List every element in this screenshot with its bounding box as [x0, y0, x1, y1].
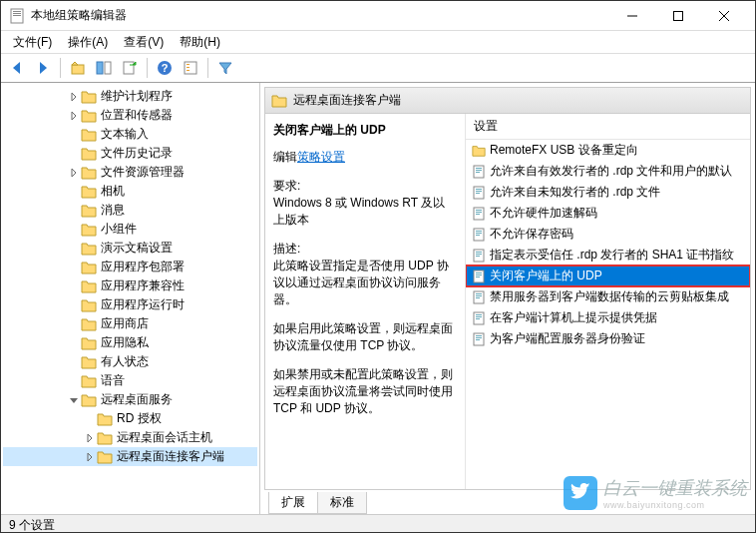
setting-item[interactable]: 不允许硬件加速解码 [466, 203, 750, 224]
tree-item[interactable]: 小组件 [3, 220, 257, 239]
window-title: 本地组策略编辑器 [31, 7, 609, 24]
forward-button[interactable] [31, 56, 55, 80]
svg-rect-14 [185, 62, 196, 74]
requirements-text: Windows 8 或 Windows RT 及以上版本 [273, 195, 457, 229]
setting-item[interactable]: 指定表示受信任 .rdp 发行者的 SHA1 证书指纹 [466, 245, 750, 266]
svg-rect-41 [476, 276, 480, 277]
tree-item[interactable]: 文本输入 [3, 125, 257, 144]
tree-item-label: 维护计划程序 [101, 88, 173, 105]
tree-item[interactable]: 语音 [3, 371, 257, 390]
tree-item[interactable]: 应用程序运行时 [3, 295, 257, 314]
folder-icon [271, 93, 287, 109]
tree-item[interactable]: 演示文稿设置 [3, 239, 257, 258]
collapse-icon[interactable] [67, 393, 81, 407]
expand-icon[interactable] [83, 431, 97, 445]
policy-icon [472, 269, 486, 283]
up-button[interactable] [66, 56, 90, 80]
folder-icon [81, 184, 97, 200]
tree-item[interactable]: 文件资源管理器 [3, 163, 257, 182]
properties-button[interactable] [179, 56, 202, 80]
svg-rect-24 [476, 191, 482, 192]
policy-icon [472, 228, 486, 242]
title-bar: 本地组策略编辑器 [1, 1, 755, 31]
close-button[interactable] [701, 1, 747, 31]
requirements-label: 要求: [273, 178, 457, 195]
expand-icon[interactable] [83, 450, 97, 464]
menu-bar: 文件(F) 操作(A) 查看(V) 帮助(H) [1, 31, 755, 53]
setting-item[interactable]: 允许来自未知发行者的 .rdp 文件 [466, 182, 750, 203]
policy-icon [472, 311, 486, 325]
setting-item[interactable]: 不允许保存密码 [466, 224, 750, 245]
folder-icon [81, 108, 97, 124]
export-button[interactable] [118, 56, 142, 80]
tree-item[interactable]: 应用隐私 [3, 333, 257, 352]
tree-item[interactable]: RD 授权 [3, 409, 257, 428]
tree-item[interactable]: 远程桌面服务 [3, 390, 257, 409]
edit-policy-row: 编辑策略设置 [273, 149, 457, 166]
folder-icon [81, 260, 97, 275]
setting-item[interactable]: 允许来自有效发行者的 .rdp 文件和用户的默认 [466, 161, 750, 182]
tree-item[interactable]: 应用程序包部署 [3, 258, 257, 276]
svg-rect-10 [105, 62, 111, 74]
tree-item[interactable]: 远程桌面连接客户端 [3, 447, 257, 466]
svg-rect-43 [476, 293, 482, 294]
setting-item-label: 允许来自有效发行者的 .rdp 文件和用户的默认 [490, 163, 732, 180]
setting-item[interactable]: 禁用服务器到客户端数据传输的云剪贴板集成 [466, 286, 750, 307]
edit-prefix: 编辑 [273, 150, 297, 164]
toolbar: ? [1, 53, 755, 83]
setting-item[interactable]: RemoteFX USB 设备重定向 [466, 140, 750, 161]
setting-item[interactable]: 关闭客户端上的 UDP [466, 266, 750, 286]
expand-icon[interactable] [67, 90, 81, 104]
tree-item-label: 远程桌面服务 [101, 391, 173, 408]
setting-item[interactable]: 为客户端配置服务器身份验证 [466, 328, 750, 349]
menu-action[interactable]: 操作(A) [60, 32, 116, 53]
policy-icon [472, 332, 486, 346]
svg-rect-25 [476, 193, 480, 194]
tree-item[interactable]: 远程桌面会话主机 [3, 428, 257, 447]
tree-item[interactable]: 有人状态 [3, 352, 257, 371]
tree-item-label: 相机 [101, 183, 125, 200]
help-button[interactable]: ? [153, 56, 177, 80]
settings-column-header[interactable]: 设置 [466, 114, 750, 140]
expand-icon[interactable] [67, 109, 81, 123]
menu-view[interactable]: 查看(V) [116, 32, 172, 53]
tree-item-label: 应用隐私 [101, 334, 149, 351]
setting-item[interactable]: 在客户端计算机上提示提供凭据 [466, 307, 750, 328]
edit-policy-link[interactable]: 策略设置 [297, 150, 345, 164]
svg-rect-15 [187, 64, 189, 65]
minimize-button[interactable] [609, 1, 655, 31]
tree-item[interactable]: 位置和传感器 [3, 106, 257, 125]
tree-item[interactable]: 应用商店 [3, 314, 257, 333]
tab-extended[interactable]: 扩展 [268, 492, 318, 514]
folder-icon [81, 354, 97, 370]
expand-icon[interactable] [67, 166, 81, 180]
svg-rect-27 [476, 210, 482, 211]
tree-toggle-empty [67, 374, 81, 388]
filter-button[interactable] [213, 56, 237, 80]
tree-item[interactable]: 相机 [3, 182, 257, 201]
tab-standard[interactable]: 标准 [317, 492, 367, 514]
show-hide-button[interactable] [92, 56, 116, 80]
description-text-3: 如果禁用或未配置此策略设置，则远程桌面协议流量将尝试同时使用 TCP 和 UDP… [273, 366, 457, 417]
detail-title: 关闭客户端上的 UDP [273, 122, 457, 139]
tree-toggle-empty [67, 147, 81, 161]
tree-item[interactable]: 应用程序兼容性 [3, 276, 257, 295]
menu-file[interactable]: 文件(F) [5, 32, 60, 53]
tree-toggle-empty [67, 242, 81, 256]
tree-item[interactable]: 维护计划程序 [3, 87, 257, 106]
svg-rect-44 [476, 295, 482, 296]
policy-icon [472, 290, 486, 304]
tree-pane[interactable]: 维护计划程序位置和传感器文本输入文件历史记录文件资源管理器相机消息小组件演示文稿… [1, 83, 260, 514]
setting-item-label: 不允许硬件加速解码 [490, 205, 597, 222]
tree-item[interactable]: 文件历史记录 [3, 144, 257, 163]
svg-rect-29 [476, 214, 480, 215]
folder-icon [81, 222, 97, 238]
svg-rect-35 [476, 252, 482, 253]
svg-rect-39 [476, 272, 482, 273]
tree-item[interactable]: 消息 [3, 201, 257, 220]
maximize-button[interactable] [655, 1, 701, 31]
tree-item-label: 语音 [101, 372, 125, 389]
description-section: 描述: 此策略设置指定是否使用 UDP 协议以通过远程桌面协议访问服务器。 如果… [273, 241, 457, 417]
back-button[interactable] [5, 56, 29, 80]
menu-help[interactable]: 帮助(H) [172, 32, 228, 53]
